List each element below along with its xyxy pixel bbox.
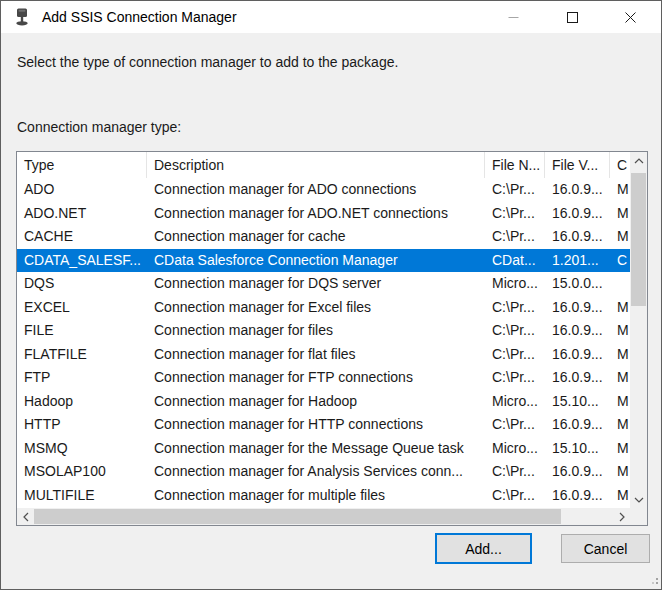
scroll-left-button[interactable] (17, 508, 34, 525)
cell-file_name: C:\Pr... (485, 225, 545, 249)
table-row[interactable]: MSMQConnection manager for the Message Q… (17, 437, 630, 461)
scroll-down-button[interactable] (630, 491, 647, 508)
table-row[interactable]: CDATA_SALESF...CData Salesforce Connecti… (17, 249, 630, 273)
cell-creator: M (610, 390, 630, 414)
table-row[interactable]: FLATFILEConnection manager for flat file… (17, 343, 630, 367)
cell-creator: M (610, 366, 630, 390)
cell-file_version: 16.0.9... (545, 296, 610, 320)
cell-description: Connection manager for Analysis Services… (147, 460, 485, 484)
table-row[interactable]: ADO.NETConnection manager for ADO.NET co… (17, 202, 630, 226)
scrollbar-corner (630, 508, 647, 525)
table-row[interactable]: DQSConnection manager for DQS serverMicr… (17, 272, 630, 296)
close-button[interactable] (607, 1, 653, 33)
cell-file_name: Micro... (485, 390, 545, 414)
cell-creator: M (610, 202, 630, 226)
cell-type: FLATFILE (17, 343, 147, 367)
cell-description: Connection manager for files (147, 319, 485, 343)
cell-creator: M (610, 413, 630, 437)
cell-description: Connection manager for DQS server (147, 272, 485, 296)
table-rows: ADOConnection manager for ADO connection… (17, 178, 630, 508)
cell-description: Connection manager for ADO.NET connectio… (147, 202, 485, 226)
cell-type: DQS (17, 272, 147, 296)
list-label: Connection manager type: (17, 119, 181, 135)
cell-description: Connection manager for flat files (147, 343, 485, 367)
scroll-right-button[interactable] (613, 508, 630, 525)
cell-type: FTP (17, 366, 147, 390)
window-title: Add SSIS Connection Manager (42, 1, 237, 33)
maximize-button[interactable] (549, 1, 595, 33)
chevron-down-icon (634, 497, 644, 503)
table-row[interactable]: FTPConnection manager for FTP connection… (17, 366, 630, 390)
table-row[interactable]: HadoopConnection manager for HadoopMicro… (17, 390, 630, 414)
minimize-icon (508, 12, 519, 23)
cell-file_version: 15.10... (545, 390, 610, 414)
cell-file_name: C:\Pr... (485, 484, 545, 508)
cell-type: ADO (17, 178, 147, 202)
cell-type: MULTIFILE (17, 484, 147, 508)
vertical-scrollbar[interactable] (630, 152, 647, 508)
minimize-button[interactable] (490, 1, 536, 33)
horizontal-scroll-thumb[interactable] (34, 509, 561, 524)
cell-creator: M (610, 343, 630, 367)
instruction-text: Select the type of connection manager to… (17, 54, 398, 70)
cell-type: HTTP (17, 413, 147, 437)
cell-file_name: CDat... (485, 249, 545, 273)
cell-description: Connection manager for FTP connections (147, 366, 485, 390)
vertical-scroll-thumb[interactable] (631, 173, 646, 306)
cell-file_version: 16.0.9... (545, 413, 610, 437)
cell-creator: C (610, 249, 630, 273)
cell-file_name: Micro... (485, 272, 545, 296)
table-row[interactable]: ADOConnection manager for ADO connection… (17, 178, 630, 202)
title-bar[interactable]: Add SSIS Connection Manager (1, 1, 661, 33)
cell-type: MSOLAP100 (17, 460, 147, 484)
horizontal-scrollbar[interactable] (17, 508, 630, 525)
cell-type: MSMQ (17, 437, 147, 461)
add-ssis-connection-manager-dialog: Add SSIS Connection Manager Select the t… (0, 0, 662, 590)
resize-grip[interactable] (649, 577, 659, 587)
cell-file_version: 16.0.9... (545, 484, 610, 508)
cell-description: Connection manager for ADO connections (147, 178, 485, 202)
cell-creator: M (610, 484, 630, 508)
cell-file_version: 15.0.0... (545, 272, 610, 296)
table-row[interactable]: HTTPConnection manager for HTTP connecti… (17, 413, 630, 437)
cell-description: Connection manager for the Message Queue… (147, 437, 485, 461)
maximize-icon (567, 12, 578, 23)
cell-file_name: Micro... (485, 437, 545, 461)
table-row[interactable]: FILEConnection manager for filesC:\Pr...… (17, 319, 630, 343)
connection-manager-icon (14, 8, 30, 26)
cell-type: ADO.NET (17, 202, 147, 226)
column-header-creator[interactable]: C (610, 152, 630, 178)
column-header-type[interactable]: Type (17, 152, 147, 178)
cell-creator: M (610, 437, 630, 461)
cell-description: Connection manager for multiple files (147, 484, 485, 508)
table-row[interactable]: CACHEConnection manager for cacheC:\Pr..… (17, 225, 630, 249)
column-header-file-version[interactable]: File V... (545, 152, 610, 178)
cell-file_version: 16.0.9... (545, 366, 610, 390)
scroll-up-button[interactable] (630, 152, 647, 169)
cell-file_name: C:\Pr... (485, 413, 545, 437)
close-icon (625, 12, 636, 23)
column-header-description[interactable]: Description (147, 152, 485, 178)
table-row[interactable]: EXCELConnection manager for Excel filesC… (17, 296, 630, 320)
cell-type: EXCEL (17, 296, 147, 320)
cell-file_version: 16.0.9... (545, 343, 610, 367)
connection-manager-list: Type Description File N... File V... C A… (16, 151, 648, 526)
cell-file_name: C:\Pr... (485, 178, 545, 202)
table-row[interactable]: MULTIFILEConnection manager for multiple… (17, 484, 630, 508)
cell-file_version: 1.201... (545, 249, 610, 273)
cell-description: Connection manager for HTTP connections (147, 413, 485, 437)
cell-file_name: C:\Pr... (485, 296, 545, 320)
table-row[interactable]: MSOLAP100Connection manager for Analysis… (17, 460, 630, 484)
cell-type: FILE (17, 319, 147, 343)
cell-file_name: C:\Pr... (485, 202, 545, 226)
cell-description: CData Salesforce Connection Manager (147, 249, 485, 273)
chevron-right-icon (619, 512, 625, 522)
cell-file_version: 16.0.9... (545, 225, 610, 249)
column-header-file-name[interactable]: File N... (485, 152, 545, 178)
add-button[interactable]: Add... (435, 533, 532, 564)
cell-description: Connection manager for Excel files (147, 296, 485, 320)
cell-type: CDATA_SALESF... (17, 249, 147, 273)
cell-file_version: 15.10... (545, 437, 610, 461)
cell-file_name: C:\Pr... (485, 366, 545, 390)
cancel-button[interactable]: Cancel (561, 534, 650, 563)
